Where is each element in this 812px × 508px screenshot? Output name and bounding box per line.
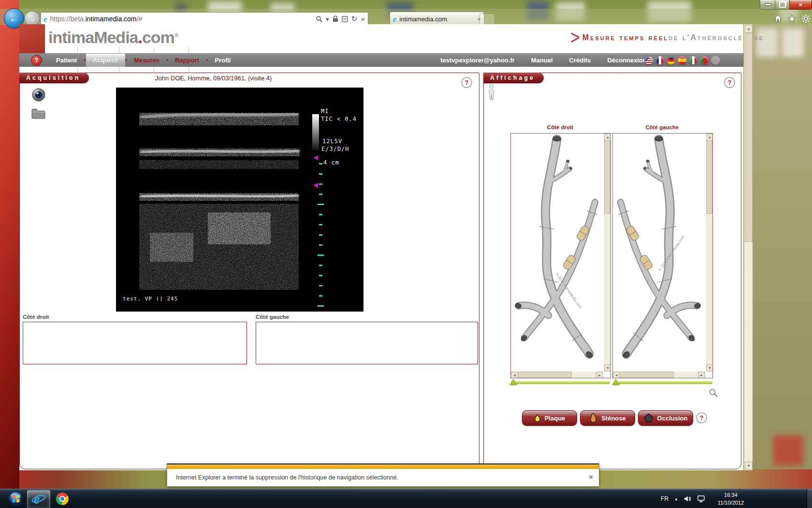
language-indicator[interactable]: FR [661, 495, 668, 502]
flag-us-icon[interactable] [644, 56, 653, 65]
screen: × ← → e https://beta.intimamedia.com/# ▾… [0, 0, 812, 508]
magnifier-icon[interactable] [709, 388, 718, 398]
notification-close-icon[interactable]: × [589, 473, 593, 481]
legend-plaque-button[interactable]: Plaque [522, 410, 577, 426]
desktop-blur-shape [756, 28, 778, 57]
legend-occlusion-button[interactable]: Occlusion [638, 410, 693, 426]
desktop-blur-shape [773, 435, 803, 465]
compatibility-view-icon[interactable] [342, 16, 348, 22]
search-icon[interactable] [316, 15, 322, 22]
flag-disabled-icon [711, 56, 720, 65]
window-minimize-button[interactable] [760, 0, 776, 10]
diagram-left-vscrollbar[interactable]: ▲ ▼ [706, 134, 712, 372]
taskbar-chrome-button[interactable] [51, 490, 73, 508]
zoom-slider-left[interactable] [614, 381, 712, 384]
scroll-left-icon[interactable]: ◄ [511, 372, 518, 378]
nav-item-patient[interactable]: Patient [49, 54, 84, 67]
main-navigation: ? Patient • Acquérir • Mesures • Rapport… [19, 53, 743, 67]
url-path: /# [137, 15, 143, 23]
site-tagline: > Mesure temps réel de l'Athérosclérose [570, 31, 740, 44]
camera-icon[interactable] [31, 88, 46, 102]
nav-help-button[interactable]: ? [31, 55, 42, 66]
taskbar-clock[interactable]: 16:34 11/10/2012 [711, 491, 750, 507]
home-icon[interactable] [773, 14, 783, 23]
artery-diagram-left[interactable]: © 2011 intimaMedia.com ▲ ▼ ◄ ► [612, 133, 713, 378]
desktop-wallpaper-right [753, 24, 812, 470]
tray-expand-icon[interactable]: ▲ [674, 497, 678, 501]
scroll-left-icon[interactable]: ◄ [613, 372, 620, 378]
nav-link-manuel[interactable]: Manuel [531, 57, 553, 64]
scroll-up-icon[interactable]: ▲ [745, 25, 753, 33]
ultrasound-image[interactable]: MI TIC < 0.4 12L5V E/3/D/H 4 cm test. VP… [116, 88, 363, 312]
window-restore-button[interactable] [775, 0, 790, 10]
zoom-slider-right[interactable] [511, 381, 610, 384]
legend-help-button[interactable]: ? [696, 412, 707, 423]
affichage-right-side-label: Côté droit [510, 124, 610, 130]
patient-info: John DOE, Homme, 09/03/1961, (visite 4) [155, 75, 272, 82]
browser-tab[interactable]: e intimamedia.com × [390, 12, 484, 26]
browser-scrollbar[interactable]: ▲ ▼ [744, 24, 753, 470]
flag-portugal-icon[interactable] [700, 56, 709, 65]
focus-marker-icon [314, 183, 318, 188]
start-button[interactable] [5, 490, 27, 508]
volume-icon[interactable] [684, 495, 692, 502]
site-logo[interactable]: intimaMedia.com® [48, 28, 178, 47]
diagram-right-hscrollbar[interactable]: ◄ ► [511, 372, 603, 378]
diagram-right-vscrollbar[interactable]: ▲ ▼ [604, 134, 610, 372]
artery-diagram-right-svg[interactable]: © 2011 intimaMedia.com [511, 134, 603, 368]
chrome-icon [56, 493, 69, 505]
scroll-down-icon[interactable]: ▼ [745, 462, 753, 470]
nav-item-mesures[interactable]: Mesures [127, 54, 166, 67]
user-email: testvpexplorer@yahoo.fr [440, 57, 515, 64]
search-dropdown-icon[interactable]: ▾ [326, 15, 329, 23]
nav-item-acquerir[interactable]: Acquérir [86, 54, 125, 67]
ultrasound-depth-label: 4 cm [323, 159, 339, 166]
settings-gear-icon[interactable] [801, 14, 811, 23]
scroll-down-icon[interactable]: ▼ [604, 364, 611, 372]
favorites-star-icon[interactable] [787, 14, 797, 23]
windows-orb-icon [8, 491, 24, 507]
network-icon[interactable] [697, 495, 706, 502]
browser-toolbar [773, 14, 811, 23]
window-close-button[interactable]: × [789, 0, 812, 10]
show-desktop-button[interactable] [807, 489, 812, 508]
diagram-left-hscrollbar[interactable]: ◄ ► [613, 372, 705, 378]
scroll-down-icon[interactable]: ▼ [706, 364, 713, 372]
flag-italy-icon[interactable] [689, 56, 698, 65]
acquisition-help-button[interactable]: ? [461, 77, 472, 88]
acquisition-panel: Acquisition John DOE, Homme, 09/03/1961,… [19, 73, 479, 469]
scroll-right-icon[interactable]: ► [596, 372, 603, 378]
flag-germany-icon[interactable] [667, 56, 676, 65]
affichage-help-button[interactable]: ? [724, 77, 735, 88]
new-tab-button[interactable] [479, 14, 495, 25]
zoom-slider-right-handle[interactable] [509, 379, 517, 385]
forward-arrow-icon: → [29, 15, 36, 23]
zoom-slider-left-handle[interactable] [612, 379, 620, 385]
legend-stenose-button[interactable]: Sténose [580, 410, 635, 426]
nav-item-rapport[interactable]: Rapport [168, 54, 206, 67]
notification-message: Internet Explorer a terminé la suppressi… [176, 474, 398, 481]
scroll-up-icon[interactable]: ▲ [706, 134, 713, 141]
address-bar[interactable]: e https://beta.intimamedia.com/# ▾ ↻ × [41, 12, 368, 26]
desktop-wallpaper-left [0, 0, 19, 508]
brand-red-square [19, 24, 45, 53]
flag-spain-icon[interactable] [678, 56, 687, 65]
restore-icon [779, 1, 786, 8]
nav-link-deconnexion[interactable]: Déconnexion [607, 57, 647, 64]
artery-diagram-right[interactable]: © 2011 intimaMedia.com ▲ ▼ ◄ ► [510, 133, 611, 378]
stop-icon[interactable]: × [361, 15, 365, 23]
browser-scrollbar-thumb[interactable] [745, 33, 753, 242]
system-tray: FR ▲ [661, 489, 706, 508]
tab-title: intimamedia.com [400, 15, 447, 23]
artery-diagram-left-svg[interactable]: © 2011 intimaMedia.com [613, 134, 705, 368]
flag-france-icon[interactable] [655, 56, 665, 65]
folder-icon[interactable] [31, 107, 46, 120]
refresh-icon[interactable]: ↻ [351, 15, 358, 23]
ie-icon: e [31, 492, 46, 507]
scroll-right-icon[interactable]: ► [698, 372, 705, 378]
scroll-up-icon[interactable]: ▲ [604, 134, 611, 141]
ultrasound-mi-label: MI [321, 108, 329, 115]
nav-link-credits[interactable]: Crédits [569, 57, 591, 64]
taskbar-ie-button[interactable]: e [27, 490, 50, 508]
nav-item-profil[interactable]: Profil [208, 54, 237, 67]
